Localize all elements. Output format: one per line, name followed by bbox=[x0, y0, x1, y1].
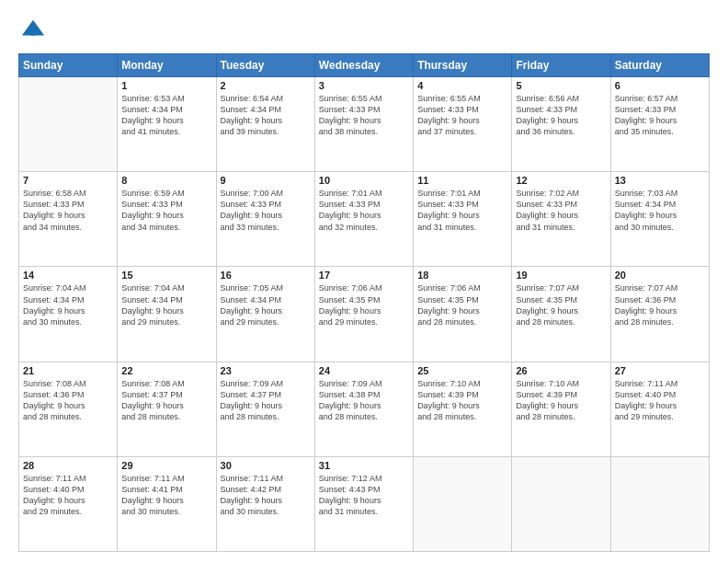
day-number: 30 bbox=[221, 460, 311, 471]
day-number: 15 bbox=[121, 270, 211, 281]
day-info: Sunrise: 7:04 AM Sunset: 4:34 PM Dayligh… bbox=[121, 282, 211, 327]
day-cell: 1Sunrise: 6:53 AM Sunset: 4:34 PM Daylig… bbox=[118, 77, 216, 172]
day-info: Sunrise: 7:10 AM Sunset: 4:39 PM Dayligh… bbox=[417, 378, 507, 423]
day-cell bbox=[414, 456, 512, 551]
weekday-header-wednesday: Wednesday bbox=[314, 54, 413, 77]
day-info: Sunrise: 7:11 AM Sunset: 4:40 PM Dayligh… bbox=[23, 473, 113, 518]
day-cell: 21Sunrise: 7:08 AM Sunset: 4:36 PM Dayli… bbox=[19, 362, 118, 456]
day-number: 13 bbox=[615, 175, 705, 186]
weekday-header-tuesday: Tuesday bbox=[216, 54, 314, 77]
day-cell: 17Sunrise: 7:06 AM Sunset: 4:35 PM Dayli… bbox=[314, 267, 413, 362]
day-number: 2 bbox=[221, 80, 311, 91]
day-cell: 9Sunrise: 7:00 AM Sunset: 4:33 PM Daylig… bbox=[216, 172, 314, 267]
day-info: Sunrise: 6:56 AM Sunset: 4:33 PM Dayligh… bbox=[516, 93, 606, 138]
day-number: 4 bbox=[417, 80, 507, 91]
weekday-header-friday: Friday bbox=[512, 54, 610, 77]
day-cell: 22Sunrise: 7:08 AM Sunset: 4:37 PM Dayli… bbox=[118, 362, 216, 456]
day-number: 11 bbox=[417, 175, 507, 186]
day-number: 27 bbox=[615, 365, 705, 376]
day-cell: 16Sunrise: 7:05 AM Sunset: 4:34 PM Dayli… bbox=[216, 267, 314, 362]
day-cell: 13Sunrise: 7:03 AM Sunset: 4:34 PM Dayli… bbox=[610, 172, 709, 267]
day-cell: 30Sunrise: 7:11 AM Sunset: 4:42 PM Dayli… bbox=[216, 456, 314, 551]
day-number: 24 bbox=[319, 365, 409, 376]
weekday-header-monday: Monday bbox=[118, 54, 216, 77]
week-row-2: 7Sunrise: 6:58 AM Sunset: 4:33 PM Daylig… bbox=[19, 172, 710, 267]
day-number: 28 bbox=[23, 460, 113, 471]
day-cell: 6Sunrise: 6:57 AM Sunset: 4:33 PM Daylig… bbox=[610, 77, 709, 172]
day-cell: 29Sunrise: 7:11 AM Sunset: 4:41 PM Dayli… bbox=[118, 456, 216, 551]
day-cell: 10Sunrise: 7:01 AM Sunset: 4:33 PM Dayli… bbox=[314, 172, 413, 267]
day-number: 22 bbox=[121, 365, 211, 376]
day-cell: 15Sunrise: 7:04 AM Sunset: 4:34 PM Dayli… bbox=[118, 267, 216, 362]
day-cell: 4Sunrise: 6:55 AM Sunset: 4:33 PM Daylig… bbox=[414, 77, 512, 172]
day-cell: 12Sunrise: 7:02 AM Sunset: 4:33 PM Dayli… bbox=[512, 172, 610, 267]
day-number: 18 bbox=[417, 270, 507, 281]
weekday-header-row: SundayMondayTuesdayWednesdayThursdayFrid… bbox=[19, 54, 710, 77]
day-cell: 28Sunrise: 7:11 AM Sunset: 4:40 PM Dayli… bbox=[19, 456, 118, 551]
day-info: Sunrise: 7:09 AM Sunset: 4:37 PM Dayligh… bbox=[221, 378, 311, 423]
day-info: Sunrise: 6:55 AM Sunset: 4:33 PM Dayligh… bbox=[417, 93, 507, 138]
svg-rect-1 bbox=[30, 30, 36, 36]
day-number: 25 bbox=[417, 365, 507, 376]
day-info: Sunrise: 7:05 AM Sunset: 4:34 PM Dayligh… bbox=[221, 282, 311, 327]
day-cell: 24Sunrise: 7:09 AM Sunset: 4:38 PM Dayli… bbox=[314, 362, 413, 456]
day-info: Sunrise: 7:12 AM Sunset: 4:43 PM Dayligh… bbox=[319, 473, 409, 518]
day-info: Sunrise: 7:01 AM Sunset: 4:33 PM Dayligh… bbox=[319, 188, 409, 233]
day-number: 8 bbox=[121, 175, 211, 186]
day-number: 12 bbox=[516, 175, 606, 186]
day-cell: 2Sunrise: 6:54 AM Sunset: 4:34 PM Daylig… bbox=[216, 77, 314, 172]
day-info: Sunrise: 6:59 AM Sunset: 4:33 PM Dayligh… bbox=[121, 188, 211, 233]
day-info: Sunrise: 7:06 AM Sunset: 4:35 PM Dayligh… bbox=[417, 282, 507, 327]
day-cell: 27Sunrise: 7:11 AM Sunset: 4:40 PM Dayli… bbox=[610, 362, 709, 456]
day-info: Sunrise: 7:09 AM Sunset: 4:38 PM Dayligh… bbox=[319, 378, 409, 423]
day-number: 20 bbox=[615, 270, 705, 281]
day-info: Sunrise: 7:01 AM Sunset: 4:33 PM Dayligh… bbox=[417, 188, 507, 233]
day-info: Sunrise: 6:57 AM Sunset: 4:33 PM Dayligh… bbox=[615, 93, 705, 138]
day-cell: 8Sunrise: 6:59 AM Sunset: 4:33 PM Daylig… bbox=[118, 172, 216, 267]
day-cell: 5Sunrise: 6:56 AM Sunset: 4:33 PM Daylig… bbox=[512, 77, 610, 172]
day-info: Sunrise: 7:08 AM Sunset: 4:36 PM Dayligh… bbox=[23, 378, 113, 423]
day-info: Sunrise: 6:58 AM Sunset: 4:33 PM Dayligh… bbox=[23, 188, 113, 233]
day-cell: 19Sunrise: 7:07 AM Sunset: 4:35 PM Dayli… bbox=[512, 267, 610, 362]
day-number: 14 bbox=[23, 270, 113, 281]
day-number: 29 bbox=[121, 460, 211, 471]
day-cell: 31Sunrise: 7:12 AM Sunset: 4:43 PM Dayli… bbox=[314, 456, 413, 551]
day-cell: 25Sunrise: 7:10 AM Sunset: 4:39 PM Dayli… bbox=[414, 362, 512, 456]
day-info: Sunrise: 7:10 AM Sunset: 4:39 PM Dayligh… bbox=[516, 378, 606, 423]
day-info: Sunrise: 6:53 AM Sunset: 4:34 PM Dayligh… bbox=[121, 93, 211, 138]
day-number: 21 bbox=[23, 365, 113, 376]
week-row-4: 21Sunrise: 7:08 AM Sunset: 4:36 PM Dayli… bbox=[19, 362, 710, 456]
day-cell: 23Sunrise: 7:09 AM Sunset: 4:37 PM Dayli… bbox=[216, 362, 314, 456]
day-number: 17 bbox=[319, 270, 409, 281]
day-info: Sunrise: 7:07 AM Sunset: 4:36 PM Dayligh… bbox=[615, 282, 705, 327]
day-info: Sunrise: 7:08 AM Sunset: 4:37 PM Dayligh… bbox=[121, 378, 211, 423]
day-info: Sunrise: 7:11 AM Sunset: 4:42 PM Dayligh… bbox=[221, 473, 311, 518]
day-cell: 7Sunrise: 6:58 AM Sunset: 4:33 PM Daylig… bbox=[19, 172, 118, 267]
day-cell: 11Sunrise: 7:01 AM Sunset: 4:33 PM Dayli… bbox=[414, 172, 512, 267]
day-cell bbox=[512, 456, 610, 551]
day-cell: 14Sunrise: 7:04 AM Sunset: 4:34 PM Dayli… bbox=[19, 267, 118, 362]
day-number: 9 bbox=[221, 175, 311, 186]
day-number: 1 bbox=[121, 80, 211, 91]
day-number: 3 bbox=[319, 80, 409, 91]
weekday-header-thursday: Thursday bbox=[414, 54, 512, 77]
day-number: 16 bbox=[221, 270, 311, 281]
day-number: 26 bbox=[516, 365, 606, 376]
day-info: Sunrise: 7:06 AM Sunset: 4:35 PM Dayligh… bbox=[319, 282, 409, 327]
calendar-table: SundayMondayTuesdayWednesdayThursdayFrid… bbox=[18, 53, 710, 552]
header bbox=[18, 17, 710, 46]
day-cell bbox=[19, 77, 118, 172]
day-info: Sunrise: 6:55 AM Sunset: 4:33 PM Dayligh… bbox=[319, 93, 409, 138]
logo-icon bbox=[20, 17, 46, 42]
day-number: 10 bbox=[319, 175, 409, 186]
page: SundayMondayTuesdayWednesdayThursdayFrid… bbox=[0, 0, 728, 563]
day-number: 6 bbox=[615, 80, 705, 91]
day-cell: 26Sunrise: 7:10 AM Sunset: 4:39 PM Dayli… bbox=[512, 362, 610, 456]
week-row-3: 14Sunrise: 7:04 AM Sunset: 4:34 PM Dayli… bbox=[19, 267, 710, 362]
weekday-header-sunday: Sunday bbox=[19, 54, 118, 77]
day-cell: 3Sunrise: 6:55 AM Sunset: 4:33 PM Daylig… bbox=[314, 77, 413, 172]
day-info: Sunrise: 7:04 AM Sunset: 4:34 PM Dayligh… bbox=[23, 282, 113, 327]
day-info: Sunrise: 7:11 AM Sunset: 4:41 PM Dayligh… bbox=[121, 473, 211, 518]
week-row-1: 1Sunrise: 6:53 AM Sunset: 4:34 PM Daylig… bbox=[19, 77, 710, 172]
day-cell: 20Sunrise: 7:07 AM Sunset: 4:36 PM Dayli… bbox=[610, 267, 709, 362]
